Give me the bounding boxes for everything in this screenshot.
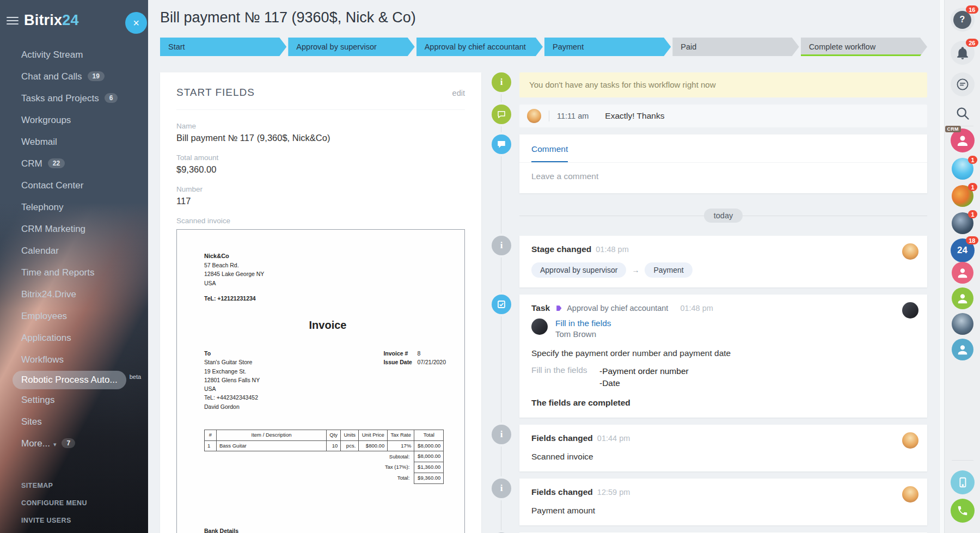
menu-icon[interactable] <box>7 15 19 27</box>
stage-approval-by-chief-accountant[interactable]: Approval by chief accountant <box>416 38 543 56</box>
workflow-stage-bar: Start Approval by supervisor Approval by… <box>160 38 927 56</box>
divider <box>176 109 465 110</box>
tag-icon <box>555 304 562 312</box>
sidebar-item-sites[interactable]: Sites <box>0 411 148 433</box>
message-text: Exactly! Thanks <box>605 111 664 121</box>
sidebar-item-more[interactable]: More...▾7 <box>0 433 148 455</box>
task-result: The fields are completed <box>531 398 895 408</box>
field-number: Number 117 <box>176 185 465 206</box>
chat-avatar-3[interactable]: 1 <box>952 212 973 234</box>
date-pill: today <box>704 209 743 223</box>
person-icon <box>957 344 969 356</box>
counter-badge: 6 <box>105 93 118 103</box>
crm-chat-avatar[interactable]: CRM <box>951 128 975 152</box>
sidebar-item-robotic-process-automation[interactable]: Robotic Process Auto...beta <box>0 371 148 389</box>
message-time: 11:11 am <box>557 112 589 120</box>
stage-complete-workflow[interactable]: Complete workflow <box>801 38 927 56</box>
notification-badge: 1 <box>968 210 977 218</box>
sidebar-collapse-button[interactable]: × <box>125 12 147 34</box>
sidebar-item-contact-center[interactable]: Contact Center <box>0 175 148 197</box>
scanned-invoice-image[interactable]: Nick&Co 57 Beach Rd. 12845 Lake George N… <box>176 229 465 533</box>
assignee-name: Tom Brown <box>555 329 611 339</box>
phone-icon <box>957 505 969 517</box>
invoice-company: Nick&Co <box>204 252 451 261</box>
telephony-button[interactable] <box>951 499 975 523</box>
entry-time: 01:48 pm <box>596 245 628 254</box>
invoice-meta: Invoice #8 Issue Date07/21/2020 <box>383 349 446 411</box>
divider <box>549 111 549 121</box>
sidebar-item-tasks-and-projects[interactable]: Tasks and Projects6 <box>0 88 148 109</box>
start-fields-card: START FIELDS edit Name Bill payment № 11… <box>160 72 481 533</box>
search-button[interactable] <box>951 101 975 125</box>
invoice-bank-details: Bank Details Account Name: Nick&Co Accou… <box>204 526 451 533</box>
sidebar-item-crm-marketing[interactable]: CRM Marketing <box>0 218 148 240</box>
messenger-button[interactable] <box>951 72 975 96</box>
sidebar-item-applications[interactable]: Applications <box>0 327 148 349</box>
timeline-entry-stage-changed-1: i Stage changed01:48 pm Approval by supe… <box>492 236 927 287</box>
sidebar: Bitrix24 × Activity Stream Chat and Call… <box>0 0 148 533</box>
comment-message: 11:11 am Exactly! Thanks <box>519 105 927 127</box>
user-avatar-1[interactable] <box>952 262 973 284</box>
counter-badge: 22 <box>48 158 65 168</box>
bitrix24-logo[interactable]: Bitrix24 <box>24 12 79 29</box>
divider <box>952 460 973 461</box>
arrow-right-icon: → <box>632 266 639 274</box>
sidebar-item-workflows[interactable]: Workflows <box>0 349 148 371</box>
search-icon <box>955 106 970 121</box>
sidebar-item-bitrix24-drive[interactable]: Bitrix24.Drive <box>0 284 148 305</box>
sidebar-item-employees[interactable]: Employees <box>0 305 148 327</box>
info-icon: i <box>492 72 511 92</box>
user-avatar-2[interactable] <box>952 287 973 309</box>
avatar <box>902 243 918 260</box>
notification-badge: 1 <box>968 156 977 164</box>
sidebar-item-time-and-reports[interactable]: Time and Reports <box>0 262 148 284</box>
invite-users-link[interactable]: INVITE USERS <box>21 517 87 524</box>
sidebar-item-crm[interactable]: CRM22 <box>0 153 148 175</box>
sidebar-item-webmail[interactable]: Webmail <box>0 131 148 153</box>
stage-start[interactable]: Start <box>160 38 286 56</box>
mobile-app-button[interactable] <box>951 470 975 494</box>
comment-input[interactable]: Leave a comment <box>519 162 927 193</box>
comment-composer: Comment Leave a comment <box>519 134 927 193</box>
invoice-to-block: To Stan's Guitar Store 19 Exchange St. 1… <box>204 349 260 411</box>
mobile-device-icon <box>957 476 969 488</box>
task-link[interactable]: Fill in the fields <box>555 318 611 328</box>
counter-badge: 7 <box>62 438 75 448</box>
notifications-button[interactable]: 26 <box>951 41 975 65</box>
timeline-entry-fields-changed-2: i Fields changed12:59 pm Payment amount <box>492 479 927 525</box>
counter-badge: 19 <box>88 71 105 81</box>
field-name: Name Bill payment № 117 (9,360$, Nick&Co… <box>176 122 465 143</box>
sidebar-item-settings[interactable]: Settings <box>0 389 148 411</box>
user-avatar-3[interactable] <box>952 313 973 335</box>
task-check-icon <box>492 295 511 314</box>
sidebar-item-telephony[interactable]: Telephony <box>0 197 148 218</box>
stage-payment[interactable]: Payment <box>544 38 671 56</box>
chat-avatar-1[interactable]: 1 <box>952 158 973 180</box>
stage-paid[interactable]: Paid <box>672 38 799 56</box>
bitrix24-chat-avatar[interactable]: 24 18 <box>951 238 975 262</box>
chat-avatar-2[interactable]: 1 <box>952 185 973 207</box>
avatar <box>531 318 548 335</box>
sidebar-item-workgroups[interactable]: Workgroups <box>0 109 148 131</box>
timeline-entry-task: Task Approval by chief accountant 01:48 … <box>492 295 927 418</box>
sidebar-item-activity-stream[interactable]: Activity Stream <box>0 44 148 66</box>
avatar <box>902 486 918 503</box>
chat-bubble-icon <box>955 77 970 92</box>
stage-approval-by-supervisor[interactable]: Approval by supervisor <box>288 38 414 56</box>
stage-to-badge: Payment <box>645 262 692 278</box>
configure-menu-link[interactable]: CONFIGURE MENU <box>21 499 87 507</box>
invoice-line-items-table: # Item / Description Qty Units Unit Pric… <box>204 430 444 484</box>
sidebar-item-chat-and-calls[interactable]: Chat and Calls19 <box>0 66 148 88</box>
sidebar-item-calendar[interactable]: Calendar <box>0 240 148 262</box>
invoice-title: Invoice <box>204 317 451 334</box>
edit-link[interactable]: edit <box>452 89 465 97</box>
help-button[interactable]: ? 16 <box>951 8 975 32</box>
start-fields-title: START FIELDS <box>176 87 255 99</box>
user-avatar-4[interactable] <box>952 339 973 360</box>
scrollbar-track[interactable] <box>939 0 944 533</box>
workflow-timeline: i You don't have any tasks for this work… <box>492 72 927 533</box>
sitemap-link[interactable]: SITEMAP <box>21 482 87 489</box>
tab-comment[interactable]: Comment <box>531 144 568 162</box>
info-icon: i <box>492 236 511 255</box>
field-scanned-invoice: Scanned invoice Nick&Co 57 Beach Rd. 128… <box>176 217 465 533</box>
